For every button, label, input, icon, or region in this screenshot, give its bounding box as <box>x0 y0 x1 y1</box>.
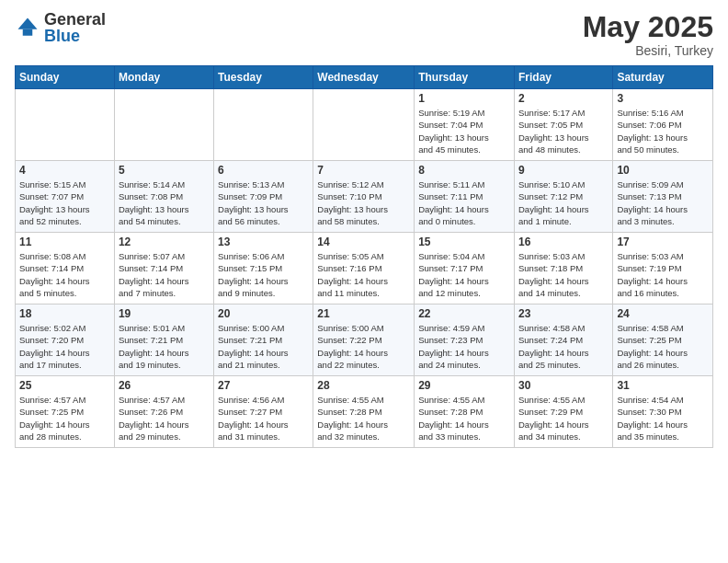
calendar-header-row: SundayMondayTuesdayWednesdayThursdayFrid… <box>16 66 713 89</box>
day-header-wednesday: Wednesday <box>313 66 415 89</box>
cell-info: Sunrise: 5:05 AM Sunset: 7:16 PM Dayligh… <box>317 250 410 299</box>
calendar-cell: 3Sunrise: 5:16 AM Sunset: 7:06 PM Daylig… <box>613 89 713 161</box>
calendar-cell: 4Sunrise: 5:15 AM Sunset: 7:07 PM Daylig… <box>16 161 115 233</box>
calendar-cell: 19Sunrise: 5:01 AM Sunset: 7:21 PM Dayli… <box>114 304 213 376</box>
calendar-table: SundayMondayTuesdayWednesdayThursdayFrid… <box>15 65 713 448</box>
cell-info: Sunrise: 4:57 AM Sunset: 7:26 PM Dayligh… <box>119 394 210 442</box>
cell-date: 23 <box>518 307 609 320</box>
calendar-cell: 12Sunrise: 5:07 AM Sunset: 7:14 PM Dayli… <box>114 233 213 304</box>
cell-date: 1 <box>418 92 510 105</box>
cell-info: Sunrise: 5:11 AM Sunset: 7:11 PM Dayligh… <box>418 178 510 227</box>
cell-date: 6 <box>218 164 309 177</box>
calendar-cell: 15Sunrise: 5:04 AM Sunset: 7:17 PM Dayli… <box>415 233 515 304</box>
calendar-cell: 25Sunrise: 4:57 AM Sunset: 7:25 PM Dayli… <box>16 376 115 448</box>
cell-info: Sunrise: 4:54 AM Sunset: 7:30 PM Dayligh… <box>617 394 709 442</box>
cell-info: Sunrise: 5:19 AM Sunset: 7:04 PM Dayligh… <box>418 107 510 155</box>
cell-date: 9 <box>518 164 609 177</box>
cell-date: 12 <box>119 236 210 248</box>
cell-info: Sunrise: 4:58 AM Sunset: 7:24 PM Dayligh… <box>518 322 609 371</box>
cell-info: Sunrise: 4:56 AM Sunset: 7:27 PM Dayligh… <box>218 394 309 442</box>
calendar-cell: 1Sunrise: 5:19 AM Sunset: 7:04 PM Daylig… <box>415 89 515 161</box>
cell-date: 28 <box>317 379 410 392</box>
cell-date: 8 <box>418 164 510 177</box>
cell-date: 21 <box>317 307 410 320</box>
cell-info: Sunrise: 5:15 AM Sunset: 7:07 PM Dayligh… <box>19 178 110 227</box>
cell-info: Sunrise: 5:01 AM Sunset: 7:21 PM Dayligh… <box>119 322 210 371</box>
calendar-cell: 24Sunrise: 4:58 AM Sunset: 7:25 PM Dayli… <box>613 304 713 376</box>
calendar-week-row: 4Sunrise: 5:15 AM Sunset: 7:07 PM Daylig… <box>16 161 713 233</box>
calendar-cell: 9Sunrise: 5:10 AM Sunset: 7:12 PM Daylig… <box>514 161 612 233</box>
calendar-cell: 16Sunrise: 5:03 AM Sunset: 7:18 PM Dayli… <box>514 233 612 304</box>
cell-info: Sunrise: 5:17 AM Sunset: 7:05 PM Dayligh… <box>518 107 609 155</box>
cell-info: Sunrise: 4:57 AM Sunset: 7:25 PM Dayligh… <box>19 394 110 442</box>
cell-date: 14 <box>317 236 410 248</box>
cell-date: 5 <box>119 164 210 177</box>
cell-info: Sunrise: 5:13 AM Sunset: 7:09 PM Dayligh… <box>218 178 309 227</box>
calendar-week-row: 18Sunrise: 5:02 AM Sunset: 7:20 PM Dayli… <box>16 304 713 376</box>
logo-text: General Blue <box>44 11 106 44</box>
logo: General Blue <box>15 11 106 44</box>
calendar-cell: 2Sunrise: 5:17 AM Sunset: 7:05 PM Daylig… <box>514 89 612 161</box>
calendar-cell <box>214 89 313 161</box>
calendar-cell: 17Sunrise: 5:03 AM Sunset: 7:19 PM Dayli… <box>613 233 713 304</box>
calendar-cell: 26Sunrise: 4:57 AM Sunset: 7:26 PM Dayli… <box>114 376 213 448</box>
calendar-cell: 8Sunrise: 5:11 AM Sunset: 7:11 PM Daylig… <box>415 161 515 233</box>
calendar-cell: 18Sunrise: 5:02 AM Sunset: 7:20 PM Dayli… <box>16 304 115 376</box>
cell-date: 18 <box>19 307 110 320</box>
logo-blue-text: Blue <box>44 28 106 44</box>
calendar-cell: 29Sunrise: 4:55 AM Sunset: 7:28 PM Dayli… <box>415 376 515 448</box>
cell-date: 31 <box>617 379 709 392</box>
calendar-cell: 30Sunrise: 4:55 AM Sunset: 7:29 PM Dayli… <box>514 376 612 448</box>
cell-info: Sunrise: 4:59 AM Sunset: 7:23 PM Dayligh… <box>418 322 510 371</box>
cell-date: 16 <box>518 236 609 248</box>
calendar-cell: 23Sunrise: 4:58 AM Sunset: 7:24 PM Dayli… <box>514 304 612 376</box>
page: General Blue May 2025 Besiri, Turkey Sun… <box>0 0 728 563</box>
cell-date: 30 <box>518 379 609 392</box>
cell-info: Sunrise: 5:04 AM Sunset: 7:17 PM Dayligh… <box>418 250 510 299</box>
day-header-saturday: Saturday <box>613 66 713 89</box>
calendar-week-row: 11Sunrise: 5:08 AM Sunset: 7:14 PM Dayli… <box>16 233 713 304</box>
calendar-cell: 11Sunrise: 5:08 AM Sunset: 7:14 PM Dayli… <box>16 233 115 304</box>
cell-info: Sunrise: 4:58 AM Sunset: 7:25 PM Dayligh… <box>617 322 709 371</box>
calendar-cell: 7Sunrise: 5:12 AM Sunset: 7:10 PM Daylig… <box>313 161 415 233</box>
cell-date: 2 <box>518 92 609 105</box>
calendar-title: May 2025 <box>583 11 713 43</box>
cell-date: 24 <box>617 307 709 320</box>
cell-date: 19 <box>119 307 210 320</box>
day-header-tuesday: Tuesday <box>214 66 313 89</box>
cell-info: Sunrise: 5:16 AM Sunset: 7:06 PM Dayligh… <box>617 107 709 155</box>
logo-icon <box>15 15 40 40</box>
calendar-week-row: 25Sunrise: 4:57 AM Sunset: 7:25 PM Dayli… <box>16 376 713 448</box>
day-header-monday: Monday <box>114 66 213 89</box>
calendar-cell <box>16 89 115 161</box>
cell-info: Sunrise: 4:55 AM Sunset: 7:28 PM Dayligh… <box>317 394 410 442</box>
svg-rect-1 <box>23 29 33 36</box>
cell-info: Sunrise: 5:14 AM Sunset: 7:08 PM Dayligh… <box>119 178 210 227</box>
day-header-friday: Friday <box>514 66 612 89</box>
calendar-week-row: 1Sunrise: 5:19 AM Sunset: 7:04 PM Daylig… <box>16 89 713 161</box>
cell-info: Sunrise: 5:00 AM Sunset: 7:21 PM Dayligh… <box>218 322 309 371</box>
cell-info: Sunrise: 5:02 AM Sunset: 7:20 PM Dayligh… <box>19 322 110 371</box>
cell-info: Sunrise: 5:10 AM Sunset: 7:12 PM Dayligh… <box>518 178 609 227</box>
calendar-cell: 6Sunrise: 5:13 AM Sunset: 7:09 PM Daylig… <box>214 161 313 233</box>
cell-date: 27 <box>218 379 309 392</box>
cell-date: 22 <box>418 307 510 320</box>
cell-info: Sunrise: 5:07 AM Sunset: 7:14 PM Dayligh… <box>119 250 210 299</box>
cell-info: Sunrise: 5:03 AM Sunset: 7:19 PM Dayligh… <box>617 250 709 299</box>
calendar-cell: 10Sunrise: 5:09 AM Sunset: 7:13 PM Dayli… <box>613 161 713 233</box>
day-header-thursday: Thursday <box>415 66 515 89</box>
svg-marker-0 <box>18 18 38 29</box>
title-block: May 2025 Besiri, Turkey <box>583 11 713 58</box>
calendar-location: Besiri, Turkey <box>583 43 713 58</box>
cell-info: Sunrise: 4:55 AM Sunset: 7:29 PM Dayligh… <box>518 394 609 442</box>
cell-date: 26 <box>119 379 210 392</box>
cell-date: 17 <box>617 236 709 248</box>
calendar-cell: 31Sunrise: 4:54 AM Sunset: 7:30 PM Dayli… <box>613 376 713 448</box>
calendar-cell <box>313 89 415 161</box>
cell-info: Sunrise: 5:06 AM Sunset: 7:15 PM Dayligh… <box>218 250 309 299</box>
calendar-cell: 21Sunrise: 5:00 AM Sunset: 7:22 PM Dayli… <box>313 304 415 376</box>
cell-info: Sunrise: 5:00 AM Sunset: 7:22 PM Dayligh… <box>317 322 410 371</box>
header: General Blue May 2025 Besiri, Turkey <box>15 11 713 58</box>
cell-date: 20 <box>218 307 309 320</box>
cell-date: 7 <box>317 164 410 177</box>
